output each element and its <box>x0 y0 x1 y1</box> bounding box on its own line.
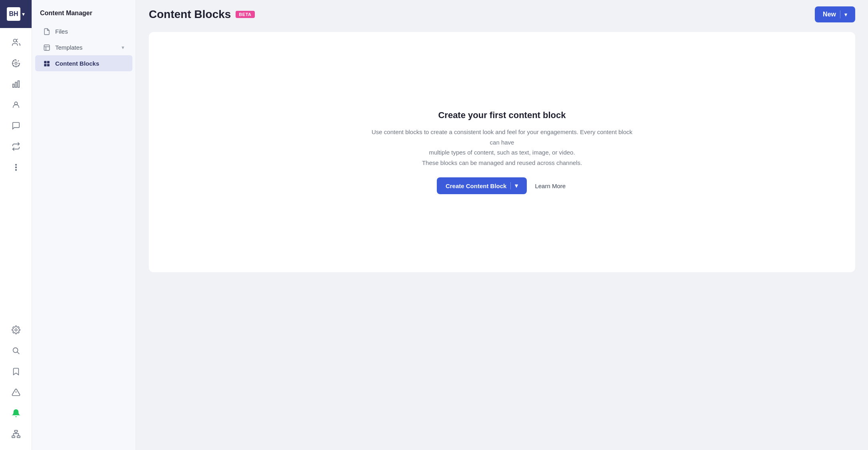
logo-initials: BH <box>7 7 20 21</box>
main-content: Content Blocks BETA New ▾ Create your fi… <box>136 0 868 450</box>
new-btn-divider <box>840 10 840 18</box>
templates-chevron-icon: ▾ <box>122 44 124 50</box>
nav-flow-icon[interactable] <box>6 137 26 156</box>
nav-bottom-icons <box>6 320 26 450</box>
svg-rect-22 <box>44 64 46 66</box>
sidebar-templates-label: Templates <box>55 44 82 51</box>
nav-icon-list <box>6 28 26 320</box>
nav-bell-icon[interactable] <box>6 404 26 423</box>
svg-rect-3 <box>15 82 17 87</box>
svg-point-7 <box>15 167 16 168</box>
page-title: Content Blocks <box>149 8 231 21</box>
nav-hierarchy-icon[interactable] <box>6 424 26 444</box>
svg-rect-2 <box>12 84 14 87</box>
sidebar: Content Manager Files Templates ▾ <box>32 0 136 450</box>
svg-rect-16 <box>17 436 20 438</box>
nav-chat-icon[interactable] <box>6 116 26 135</box>
svg-point-1 <box>15 62 17 64</box>
empty-state-actions: Create Content Block ▾ Learn More <box>437 177 567 194</box>
empty-state-title: Create your first content block <box>438 110 566 121</box>
svg-point-8 <box>15 169 16 171</box>
create-btn-label: Create Content Block <box>446 183 507 189</box>
sidebar-content-blocks-label: Content Blocks <box>55 60 99 67</box>
sidebar-item-files[interactable]: Files <box>35 23 132 39</box>
logo-area[interactable]: BH ▾ <box>0 0 32 28</box>
svg-rect-23 <box>47 64 50 66</box>
file-icon <box>43 27 50 35</box>
svg-line-11 <box>17 352 19 354</box>
blocks-icon <box>43 59 50 67</box>
sidebar-item-templates[interactable]: Templates ▾ <box>35 39 132 55</box>
svg-rect-4 <box>18 81 19 88</box>
sidebar-item-content-blocks[interactable]: Content Blocks <box>35 55 132 71</box>
svg-point-6 <box>15 164 16 165</box>
nav-more-icon[interactable] <box>6 158 26 177</box>
svg-point-0 <box>13 39 16 42</box>
nav-bookmark-icon[interactable] <box>6 362 26 381</box>
new-button[interactable]: New ▾ <box>815 6 855 22</box>
sidebar-files-label: Files <box>55 28 68 35</box>
nav-chart-icon[interactable] <box>6 74 26 94</box>
nav-tag-icon[interactable] <box>6 54 26 73</box>
logo-chevron-icon: ▾ <box>22 11 25 17</box>
page-title-area: Content Blocks BETA <box>149 8 255 21</box>
topbar: Content Blocks BETA New ▾ <box>136 0 868 29</box>
beta-badge: BETA <box>236 11 254 18</box>
svg-rect-20 <box>44 61 46 63</box>
sidebar-title: Content Manager <box>32 6 136 23</box>
nav-contact-icon[interactable] <box>6 95 26 115</box>
content-area: Create your first content block Use cont… <box>136 29 868 450</box>
template-icon <box>43 43 50 51</box>
svg-rect-21 <box>47 61 50 63</box>
svg-rect-17 <box>44 45 50 50</box>
svg-point-9 <box>15 329 17 331</box>
nav-people-icon[interactable] <box>6 33 26 52</box>
svg-point-10 <box>13 348 18 353</box>
nav-settings-icon[interactable] <box>6 320 26 340</box>
svg-rect-15 <box>12 436 14 438</box>
empty-state: Create your first content block Use cont… <box>366 110 638 194</box>
content-card: Create your first content block Use cont… <box>149 32 855 272</box>
new-button-label: New <box>823 11 836 18</box>
empty-state-description: Use content blocks to create a consisten… <box>366 127 638 168</box>
nav-alert-icon[interactable] <box>6 383 26 402</box>
learn-more-button[interactable]: Learn More <box>533 178 567 194</box>
nav-search-icon[interactable] <box>6 341 26 360</box>
create-btn-chevron-icon: ▾ <box>515 182 518 189</box>
create-content-block-button[interactable]: Create Content Block ▾ <box>437 177 527 194</box>
svg-rect-14 <box>14 430 17 432</box>
create-btn-divider <box>510 182 511 189</box>
new-btn-chevron-icon: ▾ <box>844 12 847 18</box>
icon-navigation: BH ▾ <box>0 0 32 450</box>
